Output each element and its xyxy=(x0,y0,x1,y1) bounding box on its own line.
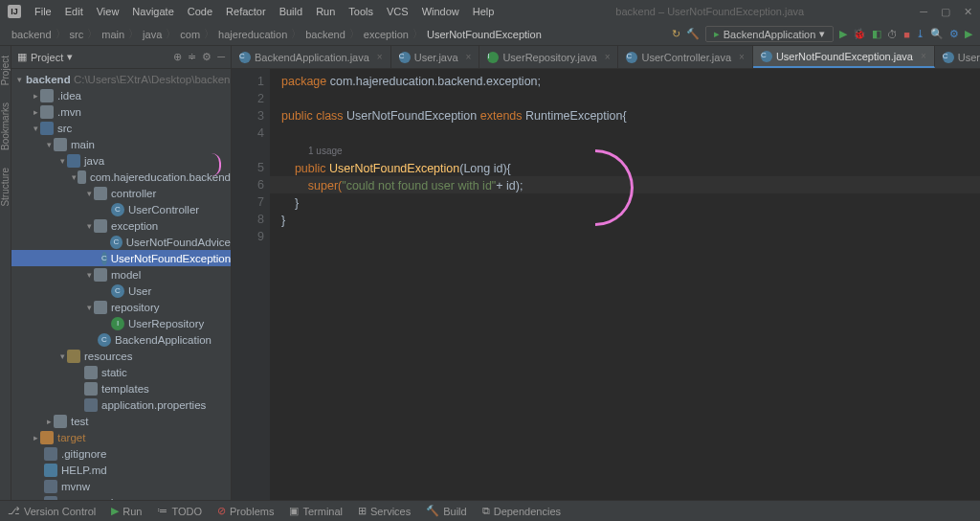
crumb[interactable]: java xyxy=(139,29,166,40)
tool-bookmarks[interactable]: Bookmarks xyxy=(0,97,11,156)
rerun-icon[interactable]: ↻ xyxy=(672,28,680,40)
coverage-icon[interactable]: ◧ xyxy=(872,28,881,40)
tree-item[interactable]: CUser xyxy=(11,283,231,299)
tree-item[interactable]: ▾com.hajereducation.backend xyxy=(11,169,231,185)
crumb-current[interactable]: UserNotFoundException xyxy=(423,29,546,40)
menu-vcs[interactable]: VCS xyxy=(381,4,414,19)
menu-refactor[interactable]: Refactor xyxy=(220,4,272,19)
crumb[interactable]: backend xyxy=(301,29,349,40)
hide-icon[interactable]: ─ xyxy=(217,51,225,63)
menu-code[interactable]: Code xyxy=(182,4,218,19)
tree-item[interactable]: IUserRepository xyxy=(11,315,231,331)
tree-item[interactable]: CUserController xyxy=(11,201,231,217)
menu-edit[interactable]: Edit xyxy=(59,4,89,19)
expand-all-icon[interactable]: ≑ xyxy=(188,51,196,63)
tree-item[interactable]: ▾resources xyxy=(11,348,231,364)
run-icon[interactable]: ▶ xyxy=(839,28,847,40)
close-icon[interactable]: × xyxy=(377,52,383,62)
ide-settings-icon[interactable]: ⚙ xyxy=(949,28,959,40)
run-config-selector[interactable]: ▸ BackendApplication ▾ xyxy=(705,26,835,42)
tree-item[interactable]: ▾controller xyxy=(11,185,231,201)
minimize-icon[interactable]: ─ xyxy=(920,6,927,18)
stop-icon[interactable]: ■ xyxy=(903,29,910,40)
tree-item[interactable]: templates xyxy=(11,380,231,396)
tree-item[interactable]: application.properties xyxy=(11,396,231,413)
crumb[interactable]: hajereducation xyxy=(214,29,291,40)
code-area[interactable]: ✔ 1234 56789 package com.hajereducation.… xyxy=(232,69,980,500)
menu-window[interactable]: Window xyxy=(416,4,465,19)
close-icon[interactable]: × xyxy=(921,51,926,61)
crumb[interactable]: com xyxy=(176,29,204,40)
project-header: ▦ Project ▾ ⊕ ≑ ⚙ ─ xyxy=(11,46,231,69)
crumb[interactable]: exception xyxy=(360,29,412,40)
tool-version-control[interactable]: ⎇Version Control xyxy=(8,505,96,517)
menu-build[interactable]: Build xyxy=(274,4,308,19)
menu-file[interactable]: File xyxy=(29,4,57,19)
settings-icon[interactable]: ⚙ xyxy=(202,51,212,63)
tool-terminal[interactable]: ▣Terminal xyxy=(289,505,343,517)
tree-item[interactable]: ▸target xyxy=(11,429,231,445)
tool-project[interactable]: Project xyxy=(0,50,11,91)
menu-view[interactable]: View xyxy=(91,4,125,19)
menu-tools[interactable]: Tools xyxy=(343,4,379,19)
tree-item-selected[interactable]: CUserNotFoundException xyxy=(11,250,231,266)
close-icon[interactable]: ✕ xyxy=(964,6,972,18)
tool-run[interactable]: ▶Run xyxy=(111,505,142,517)
menu-help[interactable]: Help xyxy=(467,4,501,19)
tree-item[interactable]: ▾main xyxy=(11,136,231,152)
tree-item[interactable]: .gitignore xyxy=(11,445,231,462)
tree-item[interactable]: ▾exception xyxy=(11,217,231,234)
close-icon[interactable]: × xyxy=(605,52,611,62)
debug-icon[interactable]: 🐞 xyxy=(853,28,866,40)
tree-item[interactable]: mvnw xyxy=(11,478,231,494)
project-title[interactable]: Project xyxy=(31,52,63,63)
chevron-down-icon[interactable]: ▾ xyxy=(67,51,73,63)
main-menu: File Edit View Navigate Code Refactor Bu… xyxy=(29,4,500,19)
tree-root[interactable]: ▾backend C:\Users\EXtrA\Desktop\backend\… xyxy=(11,71,231,87)
tab-user[interactable]: CUser.java× xyxy=(391,46,480,68)
project-tree[interactable]: ▾backend C:\Users\EXtrA\Desktop\backend\… xyxy=(11,69,231,500)
tree-item[interactable]: ▾repository xyxy=(11,299,231,315)
tree-item[interactable]: CUserNotFoundAdvice xyxy=(11,234,231,250)
tab-user-repository[interactable]: IUserRepository.java× xyxy=(479,46,618,68)
run-config-label: BackendApplication xyxy=(724,29,816,40)
tree-item[interactable]: ▾java xyxy=(11,152,231,169)
tree-item[interactable]: ▾src xyxy=(11,120,231,136)
tree-item[interactable]: ▾model xyxy=(11,266,231,283)
close-icon[interactable]: × xyxy=(466,52,472,62)
crumb[interactable]: src xyxy=(66,29,88,40)
tool-problems[interactable]: ⊘Problems xyxy=(217,505,274,517)
tab-user-controller[interactable]: CUserController.java× xyxy=(618,46,752,68)
tree-item[interactable]: HELP.md xyxy=(11,462,231,478)
tool-dependencies[interactable]: ⧉Dependencies xyxy=(482,505,561,517)
tool-structure[interactable]: Structure xyxy=(0,162,11,213)
line-gutter[interactable]: 1234 56789 xyxy=(232,69,270,500)
tree-item[interactable]: CBackendApplication xyxy=(11,331,231,348)
deps-icon: ⧉ xyxy=(482,505,490,517)
tree-item[interactable]: static xyxy=(11,364,231,380)
tool-build[interactable]: 🔨Build xyxy=(426,505,466,517)
code-content[interactable]: package com.hajereducation.backend.excep… xyxy=(270,69,980,500)
menu-navigate[interactable]: Navigate xyxy=(126,4,179,19)
tool-services[interactable]: ⊞Services xyxy=(358,505,411,517)
git-update-icon[interactable]: ⤓ xyxy=(916,28,924,40)
search-everywhere-icon[interactable]: 🔍 xyxy=(930,28,944,40)
maximize-icon[interactable]: ▢ xyxy=(941,6,950,18)
tree-item[interactable]: ▸test xyxy=(11,413,231,429)
app-logo: IJ xyxy=(8,5,21,18)
select-opened-file-icon[interactable]: ⊕ xyxy=(173,51,182,63)
close-icon[interactable]: × xyxy=(739,52,745,62)
crumb[interactable]: main xyxy=(98,29,128,40)
crumb[interactable]: backend xyxy=(8,29,56,40)
menu-run[interactable]: Run xyxy=(310,4,341,19)
tree-item[interactable]: ▸.mvn xyxy=(11,103,231,120)
profile-icon[interactable]: ⏱ xyxy=(887,29,898,40)
tab-user-not-found-exception[interactable]: CUserNotFoundException.java× xyxy=(753,46,935,68)
tree-item[interactable]: ▸.idea xyxy=(11,87,231,103)
tab-backend-application[interactable]: CBackendApplication.java× xyxy=(232,46,391,68)
run-anything-icon[interactable]: ▶ xyxy=(965,28,972,40)
build-icon[interactable]: 🔨 xyxy=(686,28,700,40)
tab-user-not-found-advice[interactable]: CUserNotFoundAdvice.java× xyxy=(935,46,980,68)
left-tool-stripe: Project Bookmarks Structure xyxy=(0,46,11,500)
tool-todo[interactable]: ≔TODO xyxy=(157,505,202,517)
